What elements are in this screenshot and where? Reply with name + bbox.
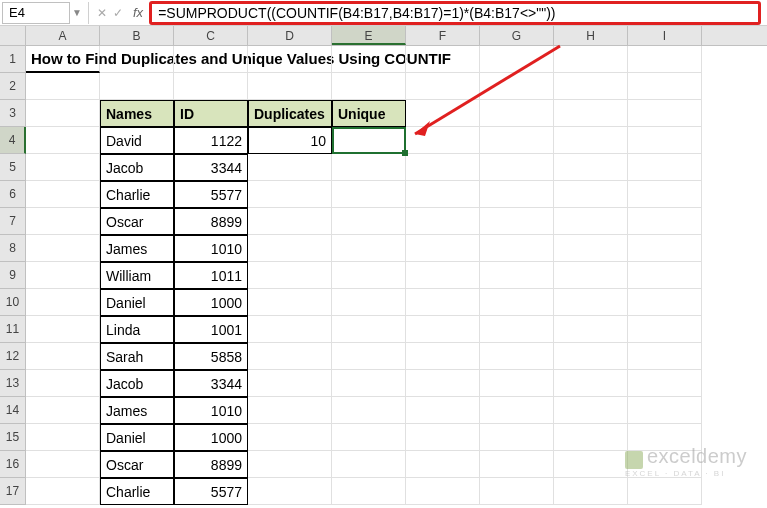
col-header-B[interactable]: B (100, 26, 174, 45)
cell[interactable] (480, 100, 554, 127)
cell[interactable] (100, 73, 174, 100)
duplicates-value[interactable]: 10 (248, 127, 332, 154)
cell[interactable] (406, 451, 480, 478)
cell[interactable] (554, 397, 628, 424)
cell[interactable]: Jacob (100, 370, 174, 397)
row-header-12[interactable]: 12 (0, 343, 26, 370)
cell[interactable] (554, 478, 628, 505)
cell[interactable]: 1010 (174, 397, 248, 424)
formula-input[interactable]: =SUMPRODUCT((COUNTIF(B4:B17,B4:B17)=1)*(… (149, 1, 761, 25)
cell[interactable]: 1001 (174, 316, 248, 343)
cell[interactable] (480, 235, 554, 262)
cell[interactable] (26, 154, 100, 181)
cell[interactable] (406, 262, 480, 289)
cell[interactable] (248, 370, 332, 397)
cell[interactable] (554, 73, 628, 100)
cell[interactable] (480, 73, 554, 100)
cell[interactable] (26, 397, 100, 424)
cell[interactable] (248, 478, 332, 505)
cell[interactable] (554, 235, 628, 262)
cell[interactable] (332, 208, 406, 235)
cell[interactable] (248, 289, 332, 316)
cell[interactable]: 1010 (174, 235, 248, 262)
row-header-10[interactable]: 10 (0, 289, 26, 316)
cell[interactable] (248, 316, 332, 343)
cell[interactable] (332, 424, 406, 451)
cell[interactable] (406, 316, 480, 343)
title-cell[interactable]: How to Find Duplicates and Unique Values… (26, 46, 100, 73)
cell[interactable]: Sarah (100, 343, 174, 370)
cell[interactable] (480, 343, 554, 370)
cell[interactable] (554, 181, 628, 208)
cell[interactable]: 1000 (174, 289, 248, 316)
header-names[interactable]: Names (100, 100, 174, 127)
cell[interactable] (554, 100, 628, 127)
cell[interactable] (628, 235, 702, 262)
cell[interactable] (248, 262, 332, 289)
cell[interactable] (332, 262, 406, 289)
cell[interactable] (554, 343, 628, 370)
cell[interactable] (332, 343, 406, 370)
cell[interactable] (332, 451, 406, 478)
cell[interactable]: James (100, 235, 174, 262)
name-box-dropdown-icon[interactable]: ▼ (70, 7, 84, 18)
cell[interactable] (628, 262, 702, 289)
cell[interactable] (406, 208, 480, 235)
row-header-2[interactable]: 2 (0, 73, 26, 100)
cell[interactable]: David (100, 127, 174, 154)
cell[interactable]: Oscar (100, 208, 174, 235)
cell[interactable]: Charlie (100, 478, 174, 505)
header-unique[interactable]: Unique (332, 100, 406, 127)
cell[interactable] (480, 181, 554, 208)
cell[interactable] (248, 451, 332, 478)
cell[interactable] (26, 370, 100, 397)
cell[interactable] (628, 397, 702, 424)
cell[interactable] (406, 181, 480, 208)
cell[interactable]: Daniel (100, 424, 174, 451)
fx-icon[interactable]: fx (127, 5, 149, 20)
cell[interactable] (332, 289, 406, 316)
cell[interactable] (480, 127, 554, 154)
col-header-H[interactable]: H (554, 26, 628, 45)
cell[interactable] (628, 316, 702, 343)
name-box[interactable]: E4 (2, 2, 70, 24)
cell[interactable] (406, 235, 480, 262)
row-header-16[interactable]: 16 (0, 451, 26, 478)
cell[interactable] (174, 73, 248, 100)
row-header-17[interactable]: 17 (0, 478, 26, 505)
cell[interactable] (100, 46, 174, 73)
cell[interactable]: 5858 (174, 343, 248, 370)
cell[interactable] (628, 289, 702, 316)
unique-value[interactable]: 4 (332, 127, 406, 154)
cell[interactable] (628, 478, 702, 505)
cell[interactable] (248, 397, 332, 424)
cell[interactable] (480, 289, 554, 316)
cell[interactable] (406, 73, 480, 100)
cell[interactable]: William (100, 262, 174, 289)
col-header-D[interactable]: D (248, 26, 332, 45)
cell[interactable] (480, 370, 554, 397)
cell[interactable] (554, 127, 628, 154)
cell[interactable] (248, 154, 332, 181)
cell[interactable]: Jacob (100, 154, 174, 181)
row-header-13[interactable]: 13 (0, 370, 26, 397)
col-header-I[interactable]: I (628, 26, 702, 45)
cell[interactable] (332, 235, 406, 262)
cell[interactable]: 1011 (174, 262, 248, 289)
cell[interactable] (406, 100, 480, 127)
cell[interactable] (406, 127, 480, 154)
cell[interactable]: James (100, 397, 174, 424)
cell[interactable] (628, 154, 702, 181)
cell[interactable] (480, 478, 554, 505)
cell[interactable] (248, 343, 332, 370)
cell[interactable] (480, 154, 554, 181)
header-duplicates[interactable]: Duplicates (248, 100, 332, 127)
cell[interactable] (174, 46, 248, 73)
cell[interactable] (628, 370, 702, 397)
cell[interactable] (554, 208, 628, 235)
cell[interactable] (554, 316, 628, 343)
cell[interactable] (628, 100, 702, 127)
cell[interactable] (248, 181, 332, 208)
cell[interactable] (332, 316, 406, 343)
row-header-7[interactable]: 7 (0, 208, 26, 235)
